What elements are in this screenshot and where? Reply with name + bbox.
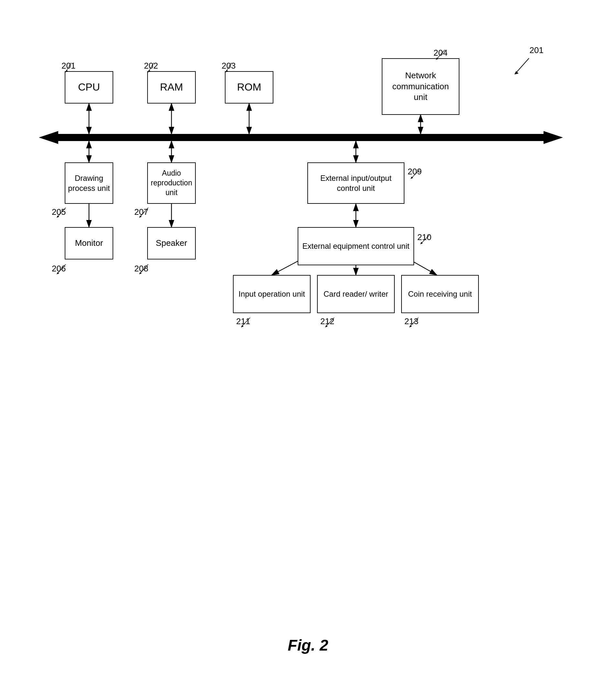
svg-marker-5 [39, 131, 58, 144]
svg-marker-31 [57, 216, 59, 218]
svg-marker-29 [436, 58, 438, 60]
svg-marker-43 [241, 325, 244, 328]
ram-box: RAM [147, 71, 196, 104]
ref-203-arrow [225, 62, 234, 73]
svg-line-30 [58, 208, 66, 217]
svg-line-28 [437, 50, 445, 59]
iou-box: Input operation unit [233, 275, 311, 313]
crw-box: Card reader/ writer [317, 275, 395, 313]
ref-206-arrow [54, 264, 67, 275]
svg-marker-37 [139, 272, 142, 274]
figure-label: Fig. 2 [288, 636, 328, 654]
ref-212-arrow [323, 317, 336, 328]
ref-211-arrow [239, 317, 252, 328]
ref-210-arrow [418, 233, 431, 245]
eiocu-box: External input/output control unit [307, 162, 404, 204]
svg-line-40 [421, 235, 429, 243]
ref-208-arrow [137, 264, 150, 275]
ref-201-arrow [65, 62, 75, 73]
svg-line-36 [140, 264, 148, 273]
speaker-box: Speaker [147, 227, 196, 259]
svg-line-42 [242, 318, 250, 326]
rom-box: ROM [225, 71, 273, 104]
svg-line-26 [226, 63, 231, 71]
ncu-box: Network communication unit [382, 58, 459, 115]
svg-marker-47 [409, 325, 412, 328]
svg-line-44 [326, 318, 334, 326]
svg-line-24 [149, 63, 154, 71]
svg-marker-23 [65, 70, 68, 73]
diagram: 201 CPU 201 RAM 202 ROM 203 Network comm… [32, 39, 582, 362]
svg-line-32 [58, 264, 66, 273]
ref-200-arrow [513, 57, 532, 76]
ref-207-arrow [137, 207, 150, 218]
svg-marker-6 [543, 131, 563, 144]
svg-line-46 [410, 318, 418, 326]
svg-marker-25 [148, 70, 150, 73]
svg-marker-45 [325, 325, 328, 328]
ref-209-arrow [408, 168, 421, 179]
svg-marker-33 [57, 272, 59, 274]
ref-213-arrow [407, 317, 420, 328]
cru-box: Coin receiving unit [401, 275, 479, 313]
svg-line-22 [66, 63, 71, 71]
ref-200: 201 [530, 45, 543, 55]
svg-line-20 [516, 58, 529, 73]
ref-204-arrow [435, 49, 448, 60]
svg-line-38 [412, 170, 420, 178]
cpu-box: CPU [65, 71, 113, 104]
svg-marker-27 [225, 70, 228, 73]
svg-marker-21 [514, 71, 519, 75]
svg-marker-35 [139, 216, 142, 218]
monitor-box: Monitor [65, 227, 113, 259]
eecu-box: External equipment control unit [298, 227, 414, 265]
ref-205-arrow [54, 207, 67, 218]
ref-202-arrow [147, 62, 157, 73]
aru-box: Audio reproduction unit [147, 162, 196, 204]
dpu-box: Drawing process unit [65, 162, 113, 204]
svg-line-34 [140, 208, 148, 217]
